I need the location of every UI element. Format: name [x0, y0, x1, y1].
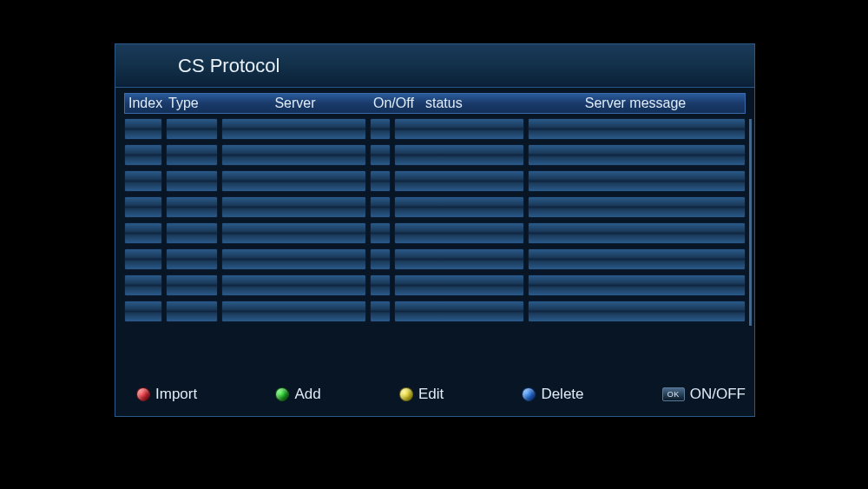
cell-index — [124, 301, 162, 322]
cell-index — [124, 118, 162, 140]
table-header: Index Type Server On/Off status Server m… — [124, 93, 746, 114]
cell-message — [528, 248, 746, 270]
green-dot-icon — [275, 387, 289, 401]
header-status: status — [422, 94, 526, 113]
table-area: Index Type Server On/Off status Server m… — [115, 88, 754, 322]
cell-message — [528, 222, 746, 244]
cell-onoff — [370, 170, 391, 192]
cell-status — [394, 301, 524, 322]
cell-type — [166, 222, 218, 244]
legend-import[interactable]: Import — [136, 386, 197, 403]
header-message: Server message — [526, 94, 745, 113]
table-row[interactable] — [124, 118, 746, 140]
scrollbar[interactable] — [749, 119, 752, 326]
title-bar: CS Protocol — [115, 44, 754, 88]
legend-import-label: Import — [155, 386, 197, 403]
cell-type — [166, 274, 218, 296]
cell-onoff — [370, 222, 391, 244]
table-row[interactable] — [124, 274, 746, 296]
legend-bar: Import Add Edit Delete OK ON/OFF — [124, 381, 746, 407]
legend-onoff[interactable]: OK ON/OFF — [662, 386, 746, 403]
legend-edit[interactable]: Edit — [399, 386, 444, 403]
cell-status — [394, 118, 524, 140]
cell-type — [166, 301, 218, 322]
cell-index — [124, 222, 162, 244]
cell-message — [528, 170, 746, 192]
cell-index — [124, 170, 162, 192]
cell-server — [221, 274, 367, 296]
cell-type — [166, 170, 218, 192]
table-row[interactable] — [124, 144, 746, 166]
cell-server — [221, 144, 367, 166]
cell-onoff — [370, 118, 391, 140]
cell-server — [221, 170, 367, 192]
table-row[interactable] — [124, 196, 746, 218]
cell-onoff — [370, 196, 391, 218]
header-server: Server — [220, 94, 370, 113]
cell-onoff — [370, 301, 391, 322]
header-onoff: On/Off — [370, 94, 422, 113]
cell-type — [166, 196, 218, 218]
table-row[interactable] — [124, 170, 746, 192]
header-type: Type — [165, 94, 220, 113]
cell-message — [528, 118, 746, 140]
cell-type — [166, 144, 218, 166]
cell-onoff — [370, 144, 391, 166]
cell-index — [124, 274, 162, 296]
cell-index — [124, 248, 162, 270]
cell-status — [394, 222, 524, 244]
cell-status — [394, 196, 524, 218]
cell-message — [528, 274, 746, 296]
cell-status — [394, 274, 524, 296]
cell-message — [528, 144, 746, 166]
cell-index — [124, 144, 162, 166]
cell-server — [221, 196, 367, 218]
yellow-dot-icon — [399, 387, 413, 401]
cell-index — [124, 196, 162, 218]
red-dot-icon — [136, 387, 150, 401]
cell-message — [528, 301, 746, 322]
cell-type — [166, 248, 218, 270]
cell-server — [221, 222, 367, 244]
legend-edit-label: Edit — [418, 386, 444, 403]
cell-onoff — [370, 274, 391, 296]
table-row[interactable] — [124, 222, 746, 244]
cell-status — [394, 248, 524, 270]
header-index: Index — [125, 94, 165, 113]
cell-type — [166, 118, 218, 140]
table-row[interactable] — [124, 248, 746, 270]
cell-status — [394, 170, 524, 192]
legend-delete-label: Delete — [541, 386, 583, 403]
cell-server — [221, 118, 367, 140]
cs-protocol-panel: CS Protocol Index Type Server On/Off sta… — [115, 43, 755, 417]
legend-onoff-label: ON/OFF — [690, 386, 746, 403]
cell-onoff — [370, 248, 391, 270]
table-row[interactable] — [124, 301, 746, 322]
cell-server — [221, 301, 367, 322]
cell-server — [221, 248, 367, 270]
legend-delete[interactable]: Delete — [522, 386, 583, 403]
page-title: CS Protocol — [178, 55, 279, 77]
legend-add[interactable]: Add — [275, 386, 320, 403]
cell-status — [394, 144, 524, 166]
table-body — [124, 118, 746, 322]
blue-dot-icon — [522, 387, 536, 401]
cell-message — [528, 196, 746, 218]
ok-badge-icon: OK — [662, 387, 685, 401]
legend-add-label: Add — [294, 386, 320, 403]
